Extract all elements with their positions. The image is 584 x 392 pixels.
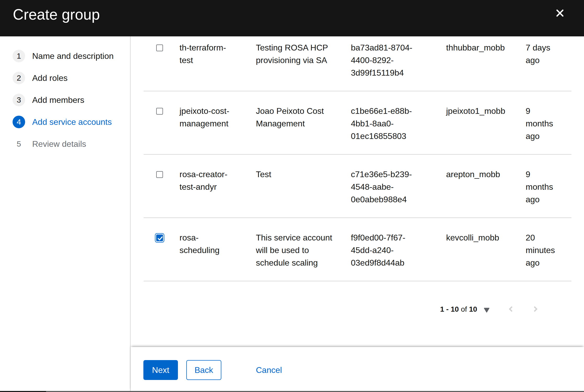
pagination: 1 - 10 of 10 <box>131 302 584 318</box>
step-label: Review details <box>32 139 86 149</box>
wizard-step-nav: 1Name and description2Add roles3Add memb… <box>0 36 130 392</box>
wizard-step-review-details: 5Review details <box>13 138 86 150</box>
service-account-name: rosa-scheduling <box>179 231 234 256</box>
bottom-window-edge <box>0 391 584 392</box>
service-account-description: Testing ROSA HCP provisioning via SA <box>256 41 340 66</box>
service-account-time-created: 9 months ago <box>526 105 558 142</box>
wizard-title: Create group <box>13 6 100 23</box>
wizard-step-add-service-accounts[interactable]: 4Add service accounts <box>13 116 112 128</box>
service-account-name: jpeixoto-cost-management <box>179 105 234 130</box>
wizard-step-add-members[interactable]: 3Add members <box>13 94 84 106</box>
close-icon <box>553 5 567 20</box>
service-account-owner: jpeixoto1_mobb <box>446 105 517 117</box>
previous-page-button[interactable] <box>504 303 517 315</box>
pagination-total: 10 <box>469 305 477 313</box>
service-account-description: Joao Peixoto Cost Management <box>256 105 340 130</box>
service-account-description: Test <box>256 168 340 181</box>
row-checkbox[interactable] <box>156 44 163 51</box>
service-account-row: rosa-creator-test-andyrTestc71e36e5-b239… <box>144 154 571 218</box>
wizard-step-name-and-description[interactable]: 1Name and description <box>13 50 114 62</box>
wizard-step-add-roles[interactable]: 2Add roles <box>13 72 68 84</box>
create-group-wizard: Create group 1Name and description2Add r… <box>0 0 584 392</box>
service-account-name: rosa-creator-test-andyr <box>179 168 234 193</box>
pagination-menu-toggle[interactable] <box>484 307 490 314</box>
service-account-time-created: 20 minutes ago <box>526 231 558 269</box>
next-button[interactable]: Next <box>143 360 178 380</box>
service-account-row: rosa-schedulingThis service account will… <box>144 218 571 281</box>
step-number: 5 <box>13 138 25 150</box>
service-account-row: th-terraform-testTesting ROSA HCP provis… <box>144 36 571 91</box>
service-account-client-id: c71e36e5-b239-4548-aabe-0e0abeb988e4 <box>351 168 422 206</box>
service-account-client-id: c1be66e1-e88b-4bb1-8aa0-01ec16855803 <box>351 105 422 142</box>
row-checkbox[interactable] <box>156 234 163 241</box>
cancel-button[interactable]: Cancel <box>256 360 282 380</box>
service-account-owner: thhubbar_mobb <box>446 41 517 54</box>
step-number: 2 <box>13 72 25 84</box>
service-account-owner: kevcolli_mobb <box>446 231 517 244</box>
step-label: Name and description <box>32 51 114 61</box>
bottom-window-edge-dark-segment <box>0 391 46 392</box>
step-label: Add roles <box>32 73 68 83</box>
service-account-time-created: 9 months ago <box>526 168 558 206</box>
pagination-of-word: of <box>461 305 467 313</box>
angle-right-icon <box>530 303 542 315</box>
back-button[interactable]: Back <box>186 360 221 380</box>
caret-down-icon <box>484 307 490 314</box>
service-account-owner: arepton_mobb <box>446 168 517 181</box>
service-account-name: th-terraform-test <box>179 41 234 66</box>
next-page-button[interactable] <box>530 303 542 315</box>
service-account-client-id: ba73ad81-8704-4400-8292-3d99f15119b4 <box>351 41 422 79</box>
step-number: 3 <box>13 94 25 106</box>
service-account-row: jpeixoto-cost-managementJoao Peixoto Cos… <box>144 91 571 154</box>
wizard-body: th-terraform-testTesting ROSA HCP provis… <box>131 36 584 347</box>
angle-left-icon <box>504 303 517 315</box>
pagination-current-range: 1 - 10 <box>440 305 459 313</box>
wizard-footer: Next Back Cancel <box>131 347 584 391</box>
service-account-time-created: 7 days ago <box>526 41 558 66</box>
step-label: Add service accounts <box>32 117 112 127</box>
row-checkbox[interactable] <box>156 108 163 115</box>
pagination-range[interactable]: 1 - 10 of 10 <box>440 301 477 317</box>
sidebar-divider <box>130 36 131 392</box>
step-number: 1 <box>13 50 25 62</box>
step-label: Add members <box>32 95 84 105</box>
service-account-client-id: f9f0ed00-7f67-45dd-a240-03ed9f8d44ab <box>351 231 422 269</box>
wizard-header: Create group <box>0 0 584 36</box>
step-number: 4 <box>13 116 25 128</box>
row-checkbox[interactable] <box>156 171 163 178</box>
check-icon <box>157 235 164 242</box>
service-account-description: This service account will be used to sch… <box>256 231 340 269</box>
close-button[interactable] <box>553 5 567 20</box>
service-accounts-table: th-terraform-testTesting ROSA HCP provis… <box>144 36 571 281</box>
